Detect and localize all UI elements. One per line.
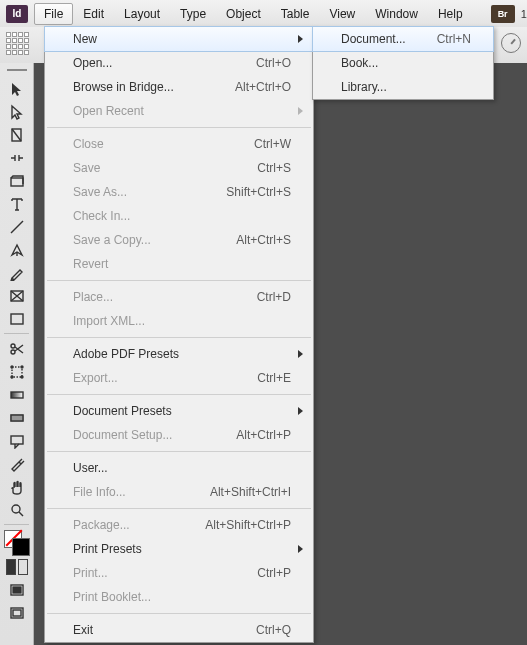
menu-layout[interactable]: Layout [114,3,170,25]
menu-table[interactable]: Table [271,3,320,25]
menu-item-open[interactable]: Open...Ctrl+O [45,51,313,75]
shortcut: Alt+Ctrl+O [235,80,291,94]
submenu-arrow-icon [298,407,303,415]
rectangle-frame-tool[interactable] [0,284,33,307]
menu-item-check-in[interactable]: Check In... [45,204,313,228]
menu-edit[interactable]: Edit [73,3,114,25]
selection-tool[interactable] [0,77,33,100]
rectangle-tool[interactable] [0,307,33,330]
menu-file[interactable]: File [34,3,73,25]
submenu-item-book[interactable]: Book... [313,51,493,75]
svg-point-8 [21,366,23,368]
label: Export... [73,371,257,385]
label: Save a Copy... [73,233,236,247]
menu-item-exit[interactable]: ExitCtrl+Q [45,618,313,642]
label: Package... [73,518,205,532]
shortcut: Ctrl+D [257,290,291,304]
progress-icon [501,33,521,53]
zoom-value[interactable]: 100 [521,8,527,20]
submenu-arrow-icon [298,35,303,43]
direct-selection-tool[interactable] [0,100,33,123]
shortcut: Alt+Shift+Ctrl+P [205,518,291,532]
shortcut: Alt+Shift+Ctrl+I [210,485,291,499]
content-collector-tool[interactable] [0,169,33,192]
menu-item-new[interactable]: New [44,26,314,52]
scissors-tool[interactable] [0,337,33,360]
menu-item-export[interactable]: Export...Ctrl+E [45,366,313,390]
fill-stroke-swatch[interactable] [0,528,33,556]
new-submenu: Document...Ctrl+N Book... Library... [312,26,494,100]
pen-tool[interactable] [0,238,33,261]
view-mode[interactable] [0,578,33,601]
menu-separator [47,337,311,338]
shortcut: Shift+Ctrl+S [226,185,291,199]
line-tool[interactable] [0,215,33,238]
eyedropper-tool[interactable] [0,452,33,475]
menu-item-print-presets[interactable]: Print Presets [45,537,313,561]
note-tool[interactable] [0,429,33,452]
menu-item-revert[interactable]: Revert [45,252,313,276]
menu-item-close[interactable]: CloseCtrl+W [45,132,313,156]
label: Document Presets [73,404,291,418]
label: Browse in Bridge... [73,80,235,94]
label: Close [73,137,254,151]
menu-separator [47,127,311,128]
shortcut: Ctrl+P [257,566,291,580]
tools-panel [0,63,34,645]
svg-point-5 [11,350,15,354]
label: Print... [73,566,257,580]
bridge-icon[interactable]: Br [491,5,515,23]
menu-item-file-info[interactable]: File Info...Alt+Shift+Ctrl+I [45,480,313,504]
formatting-affects[interactable] [0,556,33,578]
reference-point-grid[interactable] [6,32,32,58]
label: Import XML... [73,314,291,328]
menu-item-user[interactable]: User... [45,456,313,480]
screen-mode[interactable] [0,601,33,624]
file-menu: New Open...Ctrl+O Browse in Bridge...Alt… [44,26,314,643]
menu-item-browse-bridge[interactable]: Browse in Bridge...Alt+Ctrl+O [45,75,313,99]
menu-item-save[interactable]: SaveCtrl+S [45,156,313,180]
shortcut: Alt+Ctrl+S [236,233,291,247]
menu-item-place[interactable]: Place...Ctrl+D [45,285,313,309]
submenu-item-document[interactable]: Document...Ctrl+N [312,26,494,52]
menu-help[interactable]: Help [428,3,473,25]
type-tool[interactable] [0,192,33,215]
menu-item-package[interactable]: Package...Alt+Shift+Ctrl+P [45,513,313,537]
svg-rect-17 [13,587,21,593]
menu-item-document-setup[interactable]: Document Setup...Alt+Ctrl+P [45,423,313,447]
label: Print Presets [73,542,291,556]
tools-grip[interactable] [0,63,33,77]
free-transform-tool[interactable] [0,360,33,383]
menu-item-save-copy[interactable]: Save a Copy...Alt+Ctrl+S [45,228,313,252]
menu-item-document-presets[interactable]: Document Presets [45,399,313,423]
svg-rect-11 [11,392,23,398]
menu-item-save-as[interactable]: Save As...Shift+Ctrl+S [45,180,313,204]
menu-type[interactable]: Type [170,3,216,25]
zoom-tool[interactable] [0,498,33,521]
menu-item-pdf-presets[interactable]: Adobe PDF Presets [45,342,313,366]
menu-item-print[interactable]: Print...Ctrl+P [45,561,313,585]
hand-tool[interactable] [0,475,33,498]
svg-point-9 [11,376,13,378]
menu-item-import-xml[interactable]: Import XML... [45,309,313,333]
shortcut: Ctrl+O [256,56,291,70]
menu-item-open-recent[interactable]: Open Recent [45,99,313,123]
shortcut: Ctrl+N [437,32,471,46]
menu-item-print-booklet[interactable]: Print Booklet... [45,585,313,609]
page-tool[interactable] [0,123,33,146]
submenu-item-library[interactable]: Library... [313,75,493,99]
label: Document Setup... [73,428,236,442]
gradient-feather-tool[interactable] [0,406,33,429]
gap-tool[interactable] [0,146,33,169]
pencil-tool[interactable] [0,261,33,284]
menu-object[interactable]: Object [216,3,271,25]
shortcut: Ctrl+Q [256,623,291,637]
gradient-swatch-tool[interactable] [0,383,33,406]
menu-window[interactable]: Window [365,3,428,25]
label: Revert [73,257,291,271]
menu-separator [47,394,311,395]
svg-rect-14 [11,436,23,444]
menu-view[interactable]: View [319,3,365,25]
svg-point-7 [11,366,13,368]
menu-separator [47,613,311,614]
